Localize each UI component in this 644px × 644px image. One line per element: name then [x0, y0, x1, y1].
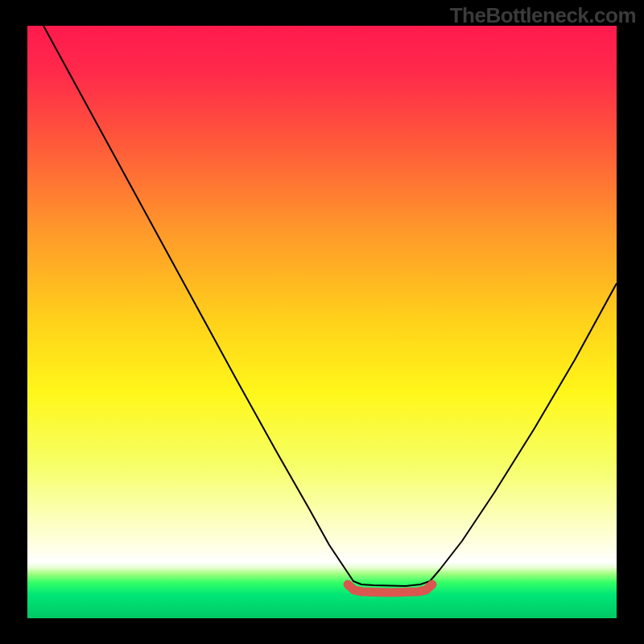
plot-area — [27, 26, 617, 618]
bottleneck-curve — [43, 26, 617, 586]
chart-frame: TheBottleneck.com — [0, 0, 644, 644]
curve-layer — [27, 26, 617, 618]
watermark-text: TheBottleneck.com — [450, 3, 636, 28]
